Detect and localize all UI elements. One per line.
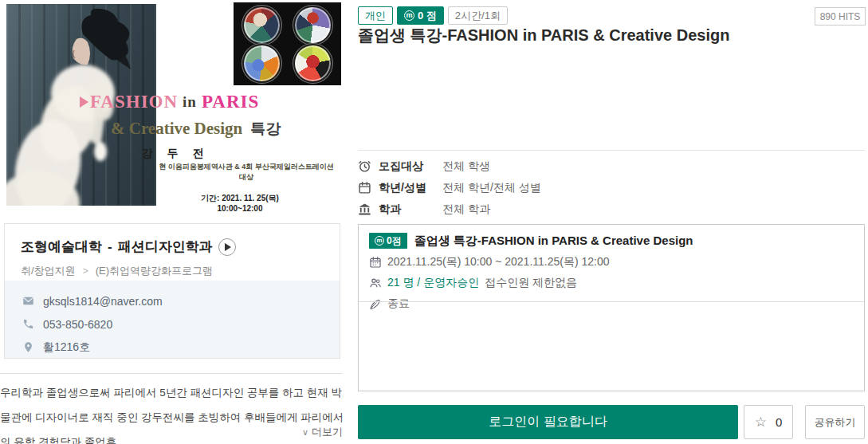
organization-header: 조형예술대학 - 패션디자인학과 취/창업지원 > (E)취업역량강화프로그램 — [5, 224, 340, 278]
session-applicants: 21 명 / 운영자승인 — [387, 276, 479, 290]
session-status-row: 종료 — [369, 297, 854, 311]
illustration-plates-image — [234, 2, 341, 85]
page-title: 졸업생 특강-FASHION in PARIS & Creative Desig… — [358, 25, 860, 46]
badge-personal: 개인 — [358, 6, 393, 25]
college-name: 조형예술대학 — [21, 238, 102, 256]
event-description: 우리학과 졸업생으로써 파리에서 5년간 패션디자인 공부를 하고 현재 박물관… — [0, 380, 348, 444]
session-badge-label: 0점 — [387, 234, 402, 248]
poster-title-line1: FASHION in PARIS — [80, 92, 259, 112]
plate-artwork-3 — [244, 45, 280, 81]
login-required-button[interactable]: 로그인이 필요합니다 — [358, 405, 738, 439]
plate-artwork-1 — [244, 7, 280, 43]
breadcrumb: 취/창업지원 > (E)취업역량강화프로그램 — [21, 264, 324, 278]
pink-triangle-icon — [80, 96, 88, 108]
department-name: 패션디자인학과 — [118, 238, 213, 256]
mail-icon — [22, 295, 34, 307]
star-icon: ☆ — [755, 414, 767, 430]
session-title-row: m 0점 졸업생 특강-FASHION in PARIS & Creative … — [369, 233, 854, 249]
calendar-icon — [358, 181, 371, 194]
poster-creative-design: & Creative Design — [111, 119, 242, 138]
session-score-badge: m 0점 — [369, 233, 407, 249]
info-value: 전체 학생 — [442, 159, 490, 174]
share-button[interactable]: 공유하기 — [805, 405, 865, 439]
calendar-icon — [369, 256, 382, 269]
badge-duration: 2시간/1회 — [448, 6, 508, 25]
event-info-list: 모집대상 전체 학생 학년/성별 전체 학년/전체 성별 학과 전체 학과 — [358, 155, 541, 220]
session-title: 졸업생 특강-FASHION in PARIS & Creative Desig… — [414, 234, 693, 249]
info-label: 모집대상 — [379, 159, 442, 174]
session-card: m 0점 졸업생 특강-FASHION in PARIS & Creative … — [358, 224, 865, 391]
plate-artwork-4 — [295, 45, 331, 81]
organization-card: 조형예술대학 - 패션디자인학과 취/창업지원 > (E)취업역량강화프로그램 … — [4, 223, 340, 359]
session-applicants-row: 21 명 / 운영자승인 접수인원 제한없음 — [369, 276, 854, 290]
contact-phone-row: 053-850-6820 — [22, 312, 340, 336]
session-applicants-note: 접수인원 제한없음 — [485, 276, 577, 290]
email-value: gksqls1814@naver.com — [43, 295, 163, 308]
museum-icon — [358, 202, 371, 216]
badge-mileage-score: m 0 점 — [397, 6, 444, 25]
poster-word-in: in — [178, 93, 202, 111]
play-button[interactable] — [218, 238, 236, 256]
breadcrumb-program[interactable]: (E)취업역량강화프로그램 — [96, 264, 213, 278]
organization-title-row: 조형예술대학 - 패션디자인학과 — [21, 238, 324, 256]
poster-title-line2: & Creative Design특강 — [111, 119, 281, 139]
plate-artwork-2 — [295, 7, 331, 43]
info-row-grade-gender: 학년/성별 전체 학년/전체 성별 — [358, 177, 541, 198]
event-poster: FASHION in PARIS & Creative Design특강 강 두… — [0, 0, 343, 210]
pen-icon — [369, 297, 382, 310]
favorite-count: 0 — [776, 415, 782, 429]
contact-section: gksqls1814@naver.com 053-850-6820 활1216호 — [5, 281, 340, 358]
badge-score-label: 0 점 — [418, 9, 437, 23]
poster-word-paris: PARIS — [202, 92, 259, 112]
info-row-department: 학과 전체 학과 — [358, 198, 541, 220]
hits-counter: 890 HITS — [815, 7, 866, 26]
phone-icon — [22, 318, 34, 330]
session-date: 2021.11.25(목) 10:00 ~ 2021.11.25(목) 12:0… — [387, 255, 610, 269]
title-divider — [358, 150, 865, 151]
contact-email-row: gksqls1814@naver.com — [22, 289, 340, 312]
location-value: 활1216호 — [43, 340, 90, 355]
poster-period: 기간: 2021. 11. 25(목) 10:00~12:00 — [180, 193, 300, 213]
info-label: 학과 — [379, 202, 442, 217]
location-pin-icon — [22, 341, 34, 353]
header-badges: 개인 m 0 점 2시간/1회 — [358, 6, 508, 25]
people-icon — [369, 277, 382, 289]
chevron-down-icon: ∨ — [302, 427, 308, 437]
poster-speaker-credentials: 현 이음피움봉제역사관 & 4회 부산국제일러스트레이션 대상 — [156, 162, 336, 183]
college-dept-separator: - — [108, 239, 112, 255]
contact-location-row: 활1216호 — [22, 336, 340, 359]
poster-speaker-name: 강 두 전 — [120, 147, 231, 161]
poster-lecture-suffix: 특강 — [250, 120, 281, 137]
alarm-clock-icon — [358, 159, 371, 173]
phone-value: 053-850-6820 — [43, 318, 112, 331]
play-icon — [225, 243, 231, 251]
show-more-link[interactable]: ∨더보기 — [302, 425, 343, 439]
mileage-icon: m — [375, 236, 384, 246]
session-status: 종료 — [387, 297, 410, 311]
info-row-target: 모집대상 전체 학생 — [358, 155, 541, 177]
show-more-label: 더보기 — [312, 426, 343, 438]
info-value: 전체 학년/전체 성별 — [442, 181, 541, 195]
info-label: 학년/성별 — [379, 181, 442, 195]
mileage-icon: m — [404, 10, 414, 21]
left-section-divider — [0, 373, 343, 374]
event-detail-page: FASHION in PARIS & Creative Design특강 강 두… — [0, 0, 868, 444]
poster-word-fashion: FASHION — [90, 92, 178, 112]
session-divider — [359, 301, 864, 302]
favorite-button[interactable]: ☆ 0 — [744, 405, 793, 439]
info-value: 전체 학과 — [442, 202, 490, 217]
breadcrumb-category[interactable]: 취/창업지원 — [21, 264, 76, 278]
chevron-right-icon: > — [83, 265, 88, 277]
session-date-row: 2021.11.25(목) 10:00 ~ 2021.11.25(목) 12:0… — [369, 255, 854, 269]
